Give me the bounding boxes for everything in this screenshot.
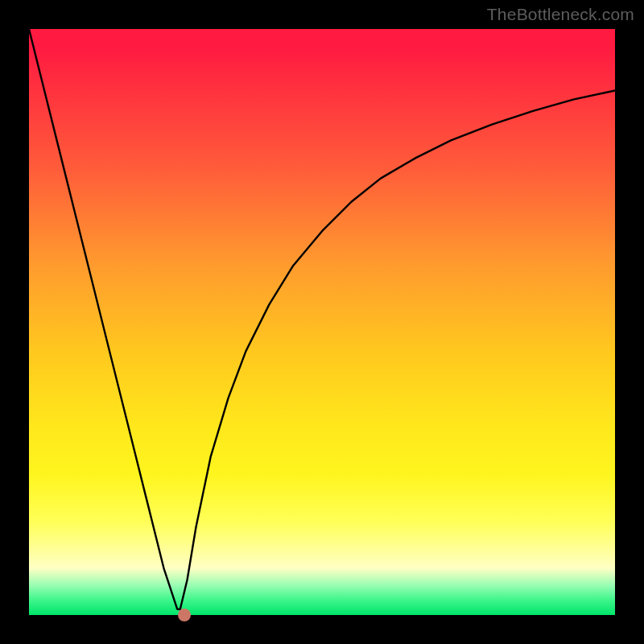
minimum-marker	[178, 609, 191, 621]
bottleneck-curve	[29, 29, 615, 615]
chart-frame: TheBottleneck.com	[0, 0, 644, 644]
plot-area	[29, 29, 615, 615]
watermark-text: TheBottleneck.com	[487, 5, 634, 24]
